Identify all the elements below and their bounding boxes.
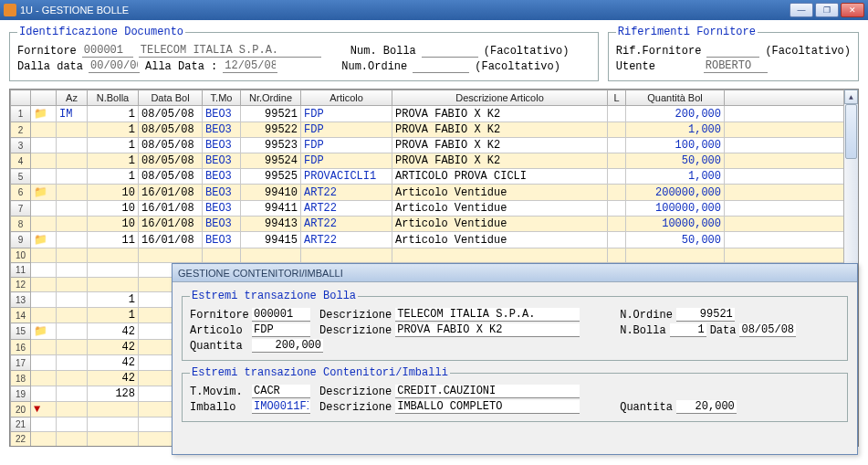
numbolla-input[interactable]	[422, 44, 478, 58]
cont-legend: Estremi transazione Contenitori/Imballi	[190, 366, 450, 379]
dlg-imballo-value[interactable]	[252, 400, 310, 414]
table-row[interactable]: 10	[11, 248, 858, 263]
dlg-cont-desc-value	[395, 385, 580, 398]
bolla-legend: Estremi transazione Bolla	[190, 290, 358, 302]
gestione-contenitori-dialog: GESTIONE CONTENITORI/IMBALLI Estremi tra…	[172, 263, 858, 455]
dlg-desc2-value	[395, 323, 580, 337]
numordine-label: Num.Ordine	[341, 60, 407, 73]
numbolla-label: Num. Bolla	[350, 45, 416, 58]
dlg-cont-desc2-label: Descrizione	[319, 401, 392, 414]
scroll-up-button[interactable]: ▲	[844, 90, 858, 104]
ident-legend: Identificazione Documento	[17, 26, 185, 38]
table-row[interactable]: 4108/05/08BEO399524FDPPROVA FABIO X K250…	[11, 153, 858, 169]
dlg-nordine-value	[676, 308, 735, 322]
grid-header-4[interactable]: Data Bol	[139, 90, 203, 106]
utente-label: Utente	[616, 60, 698, 73]
riffornitore-input[interactable]	[706, 44, 759, 58]
dlg-imballo-label: Imballo	[190, 401, 248, 414]
table-row[interactable]: 6📁1016/01/08BEO399410ART22Articolo Venti…	[11, 185, 858, 201]
fornitore-name-input	[139, 44, 321, 58]
grid-header-0[interactable]	[11, 90, 31, 106]
window-title: 1U - GESTIONE BOLLE	[20, 5, 790, 16]
numbolla-facoltativo: (Facoltativo)	[484, 45, 570, 58]
dialog-title[interactable]: GESTIONE CONTENITORI/IMBALLI	[173, 264, 857, 282]
dlg-cont-quantita-value[interactable]	[676, 400, 737, 414]
app-icon	[4, 4, 16, 16]
dlg-desc2-label: Descrizione	[319, 324, 392, 337]
grid-header-11[interactable]	[725, 90, 858, 106]
table-row[interactable]: 9📁1116/01/08BEO399415ART22Articolo Venti…	[11, 232, 858, 248]
maximize-button[interactable]: ❐	[815, 3, 839, 17]
grid-header-2[interactable]: Az	[57, 90, 88, 106]
estremi-contenitori-box: Estremi transazione Contenitori/Imballi …	[182, 366, 848, 422]
table-row[interactable]: 5108/05/08BEO399525PROVACICLI1ARTICOLO P…	[11, 169, 858, 185]
table-row[interactable]: 2108/05/08BEO399522FDPPROVA FABIO X K21,…	[11, 122, 858, 138]
grid-header-5[interactable]: T.Mo	[203, 90, 241, 106]
dlg-nordine-label: N.Ordine	[620, 309, 673, 322]
table-row[interactable]: 71016/01/08BEO399411ART22Articolo Ventid…	[11, 201, 858, 217]
alla-data-input[interactable]	[223, 59, 277, 73]
riffornitore-label: Rif.Fornitore	[616, 45, 702, 58]
window-titlebar: 1U - GESTIONE BOLLE ― ❐ ✕	[0, 0, 868, 20]
numordine-facoltativo: (Facoltativo)	[475, 60, 560, 73]
close-button[interactable]: ✕	[841, 3, 864, 17]
identificazione-documento-box: Identificazione Documento Fornitore Num.…	[9, 26, 599, 81]
dlg-data-label: Data	[710, 324, 737, 337]
table-row[interactable]: 3108/05/08BEO399523FDPPROVA FABIO X K210…	[11, 138, 858, 153]
rif-legend: Riferimenti Fornitore	[616, 26, 758, 38]
grid-header-1[interactable]	[31, 90, 57, 106]
dlg-data-value	[739, 323, 796, 337]
dlg-cont-desc-label: Descrizione	[319, 386, 392, 398]
dlg-nbolla-label: N.Bolla	[620, 324, 665, 337]
scroll-thumb[interactable]	[845, 104, 857, 159]
dlg-tmovim-value[interactable]	[252, 385, 310, 398]
grid-header-7[interactable]: Articolo	[301, 90, 392, 106]
dlg-desc-label: Descrizione	[319, 309, 392, 322]
fornitore-label: Fornitore	[17, 45, 77, 58]
riffornitore-facoltativo: (Facoltativo)	[765, 45, 851, 58]
dlg-cont-desc2-value	[395, 400, 580, 414]
dlg-articolo-label: Articolo	[190, 324, 248, 337]
fornitore-code-input[interactable]	[82, 44, 133, 58]
grid-header-6[interactable]: Nr.Ordine	[241, 90, 301, 106]
grid-header-8[interactable]: Descrizione Articolo	[392, 90, 608, 106]
dlg-quantita-label: Quantita	[190, 340, 248, 353]
dlg-desc-value	[395, 308, 580, 322]
grid-header-9[interactable]: L	[608, 90, 626, 106]
table-row[interactable]: 1📁IM108/05/08BEO399521FDPPROVA FABIO X K…	[11, 106, 858, 122]
dlg-quantita-value	[252, 339, 323, 353]
minimize-button[interactable]: ―	[790, 3, 813, 17]
dlg-fornitore-code	[252, 308, 310, 322]
numordine-input[interactable]	[413, 59, 469, 73]
dlg-cont-quantita-label: Quantita	[620, 401, 673, 414]
dlg-nbolla-value	[670, 323, 706, 337]
alla-data-label: Alla Data :	[145, 60, 217, 73]
dlg-tmovim-label: T.Movim.	[190, 386, 248, 398]
dlg-articolo-value	[252, 323, 310, 337]
dlg-fornitore-label: Fornitore	[190, 309, 248, 322]
grid-header-10[interactable]: Quantità Bol	[626, 90, 725, 106]
table-row[interactable]: 81016/01/08BEO399413ART22Articolo Ventid…	[11, 217, 858, 232]
riferimenti-fornitore-box: Riferimenti Fornitore Rif.Fornitore (Fac…	[608, 26, 859, 81]
dalla-data-input[interactable]	[89, 59, 140, 73]
grid-header-3[interactable]: N.Bolla	[88, 90, 139, 106]
dalla-data-label: Dalla data	[17, 60, 83, 73]
estremi-bolla-box: Estremi transazione Bolla Fornitore Desc…	[182, 290, 848, 361]
utente-input	[704, 59, 768, 73]
